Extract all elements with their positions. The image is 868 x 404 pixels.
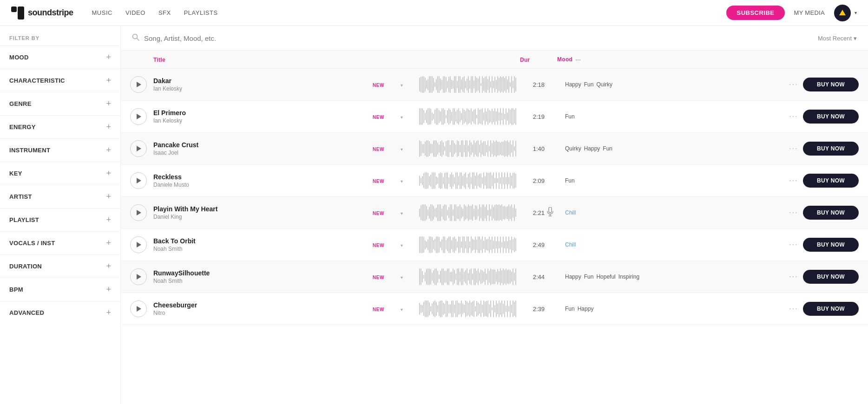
mood-tag[interactable]: Fun bbox=[565, 113, 575, 120]
play-button[interactable] bbox=[130, 140, 147, 157]
nav-item-music[interactable]: MUSIC bbox=[92, 9, 112, 16]
track-artist[interactable]: Ian Kelosky bbox=[153, 85, 373, 92]
buy-now-button[interactable]: BUY NOW bbox=[803, 302, 859, 316]
buy-now-button[interactable]: BUY NOW bbox=[803, 78, 859, 91]
waveform[interactable] bbox=[419, 267, 521, 286]
mood-tag[interactable]: Fun bbox=[584, 274, 594, 280]
mood-tag[interactable]: Chill bbox=[565, 241, 576, 248]
mood-tag[interactable]: Happy bbox=[565, 81, 581, 88]
nav-item-video[interactable]: VIDEO bbox=[125, 9, 145, 16]
filter-mood[interactable]: MOOD + bbox=[0, 46, 120, 69]
play-button[interactable] bbox=[130, 300, 147, 317]
filter-bpm[interactable]: BPM + bbox=[0, 278, 120, 301]
filter-instrument[interactable]: INSTRUMENT + bbox=[0, 138, 120, 162]
expand-chevron-icon[interactable]: ▾ bbox=[401, 147, 403, 152]
mood-tag[interactable]: Happy bbox=[578, 306, 594, 312]
expand-chevron-icon[interactable]: ▾ bbox=[401, 211, 403, 216]
buy-now-button[interactable]: BUY NOW bbox=[803, 174, 859, 188]
waveform[interactable] bbox=[419, 107, 521, 126]
track-artist[interactable]: Noah Smith bbox=[153, 278, 373, 284]
track-artist[interactable]: Daniel King bbox=[153, 214, 373, 220]
track-options-button[interactable]: ··· bbox=[784, 112, 803, 121]
track-options-button[interactable]: ··· bbox=[784, 80, 803, 89]
buy-now-button[interactable]: BUY NOW bbox=[803, 238, 859, 252]
subscribe-button[interactable]: SUBSCRIBE bbox=[726, 6, 784, 20]
mood-tag[interactable]: Quirky bbox=[565, 145, 581, 152]
filter-artist[interactable]: ARTIST + bbox=[0, 185, 120, 208]
mood-tag[interactable]: Fun bbox=[584, 81, 594, 88]
track-artist[interactable]: Nitro bbox=[153, 310, 373, 316]
waveform[interactable] bbox=[419, 300, 521, 318]
filter-duration[interactable]: DURATION + bbox=[0, 254, 120, 278]
sort-dropdown[interactable]: Most Recent ▾ bbox=[818, 35, 857, 42]
filter-playlist[interactable]: PLAYLIST + bbox=[0, 208, 120, 231]
filter-genre[interactable]: GENRE + bbox=[0, 92, 120, 115]
expand-chevron-icon[interactable]: ▾ bbox=[401, 243, 403, 248]
track-options-button[interactable]: ··· bbox=[784, 176, 803, 185]
mood-tag[interactable]: Quirky bbox=[596, 81, 612, 88]
buy-now-button[interactable]: BUY NOW bbox=[803, 206, 859, 220]
mood-tag[interactable]: Hopeful bbox=[596, 274, 615, 280]
expand-chevron-icon[interactable]: ▾ bbox=[401, 115, 403, 120]
waveform-bar bbox=[422, 305, 423, 313]
play-button[interactable] bbox=[130, 204, 147, 221]
waveform-bar bbox=[457, 268, 458, 285]
track-options-button[interactable]: ··· bbox=[784, 305, 803, 313]
play-button[interactable] bbox=[130, 172, 147, 189]
avatar-chevron-icon[interactable]: ▾ bbox=[855, 10, 857, 15]
track-artist[interactable]: Ian Kelosky bbox=[153, 117, 373, 124]
waveform-bar bbox=[464, 236, 465, 253]
filter-advanced[interactable]: ADVANCED + bbox=[0, 301, 120, 324]
mood-tag[interactable]: Fun bbox=[565, 177, 575, 184]
waveform-bar bbox=[450, 272, 451, 281]
filter-energy[interactable]: ENERGY + bbox=[0, 115, 120, 138]
waveform-bar bbox=[429, 268, 430, 285]
waveform-bar bbox=[487, 300, 488, 317]
play-button[interactable] bbox=[130, 236, 147, 253]
mood-tag[interactable]: Fun bbox=[603, 145, 612, 152]
waveform-bar bbox=[475, 236, 476, 253]
mood-tag[interactable]: Happy bbox=[584, 145, 600, 152]
my-media-link[interactable]: MY MEDIA bbox=[794, 9, 825, 16]
waveform[interactable] bbox=[419, 171, 521, 190]
play-button[interactable] bbox=[130, 76, 147, 93]
waveform-bar bbox=[440, 78, 441, 91]
filter-characteristic[interactable]: CHARACTERISTIC + bbox=[0, 69, 120, 92]
waveform[interactable] bbox=[419, 203, 521, 222]
expand-chevron-icon[interactable]: ▾ bbox=[401, 83, 403, 88]
mood-tag[interactable]: Inspiring bbox=[618, 274, 639, 280]
waveform-bar bbox=[492, 143, 493, 154]
search-input[interactable] bbox=[144, 34, 818, 42]
buy-now-button[interactable]: BUY NOW bbox=[803, 110, 859, 124]
track-options-button[interactable]: ··· bbox=[784, 144, 803, 153]
track-options-button[interactable]: ··· bbox=[784, 209, 803, 217]
track-options-button[interactable]: ··· bbox=[784, 273, 803, 281]
filter-vocals[interactable]: VOCALS / INST + bbox=[0, 231, 120, 254]
filter-key[interactable]: KEY + bbox=[0, 162, 120, 185]
mood-tag[interactable]: Happy bbox=[565, 274, 581, 280]
buy-now-button[interactable]: BUY NOW bbox=[803, 142, 859, 156]
track-options-button[interactable]: ··· bbox=[784, 241, 803, 249]
waveform-bar bbox=[427, 268, 428, 285]
play-button[interactable] bbox=[130, 268, 147, 285]
track-artist[interactable]: Isaac Joel bbox=[153, 150, 373, 156]
avatar-button[interactable] bbox=[834, 5, 851, 21]
nav-item-sfx[interactable]: SFX bbox=[158, 9, 171, 16]
track-artist[interactable]: Daniele Musto bbox=[153, 182, 373, 188]
waveform-bar bbox=[455, 172, 456, 189]
waveform[interactable] bbox=[419, 139, 521, 158]
track-artist[interactable]: Noah Smith bbox=[153, 246, 373, 252]
logo[interactable]: soundstripe bbox=[11, 7, 73, 20]
play-button[interactable] bbox=[130, 108, 147, 125]
mood-tag[interactable]: Chill bbox=[565, 209, 576, 216]
waveform[interactable] bbox=[419, 235, 521, 254]
nav-item-playlists[interactable]: PLAYLISTS bbox=[184, 9, 218, 16]
expand-chevron-icon[interactable]: ▾ bbox=[401, 307, 403, 312]
waveform[interactable] bbox=[419, 75, 521, 94]
mood-tag[interactable]: Fun bbox=[565, 306, 575, 312]
expand-chevron-icon[interactable]: ▾ bbox=[401, 275, 403, 280]
buy-now-button[interactable]: BUY NOW bbox=[803, 270, 859, 284]
mood-options-icon[interactable]: ··· bbox=[575, 56, 581, 63]
expand-chevron-icon[interactable]: ▾ bbox=[401, 179, 403, 184]
waveform-bar bbox=[489, 236, 490, 253]
